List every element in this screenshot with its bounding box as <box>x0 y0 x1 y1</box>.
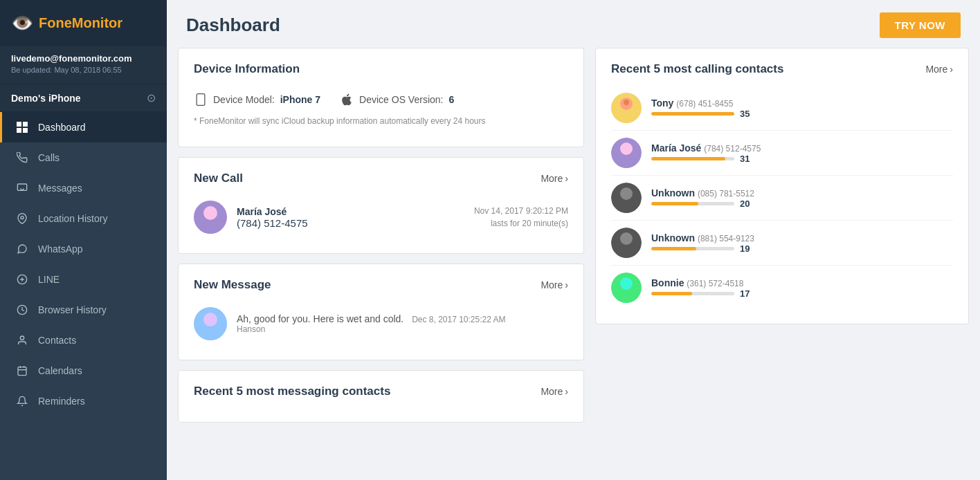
contact-name: Unknown (881) 554-9123 <box>651 232 953 243</box>
contact-bar-bg <box>651 157 734 160</box>
reminders-icon <box>15 396 30 407</box>
device-os-detail: Device OS Version: 6 <box>340 93 454 107</box>
sidebar-item-label-calendars: Calendars <box>38 365 82 376</box>
sidebar-item-messages[interactable]: Messages <box>0 173 167 203</box>
device-info-body: Device Model: iPhone 7 Device OS Version… <box>194 86 568 133</box>
sidebar-item-location[interactable]: Location History <box>0 203 167 234</box>
device-selector[interactable]: Demo's iPhone ⊙ <box>0 84 167 112</box>
new-message-card: New Message More › Ah, good for you. Her… <box>178 264 584 360</box>
messaging-contacts-more[interactable]: More › <box>541 386 568 397</box>
svg-rect-0 <box>17 122 21 127</box>
contact-info: Bonnie (361) 572-4518 17 <box>651 277 953 299</box>
apple-icon <box>340 93 354 107</box>
svg-rect-1 <box>23 122 28 127</box>
device-info-card: Device Information Device Model: iPhone … <box>178 48 584 147</box>
calling-contacts-more[interactable]: More › <box>925 64 953 75</box>
sidebar-item-reminders[interactable]: Reminders <box>0 386 167 416</box>
contact-avatar <box>611 93 642 123</box>
sidebar-item-label-dashboard: Dashboard <box>38 122 86 133</box>
contact-count: 31 <box>740 154 750 164</box>
device-settings-icon[interactable]: ⊙ <box>147 91 156 104</box>
svg-point-35 <box>620 277 633 290</box>
svg-point-8 <box>20 336 24 340</box>
svg-rect-3 <box>23 128 28 133</box>
contact-row: Unknown (085) 781-5512 20 <box>611 176 953 221</box>
user-updated: Be updated: May 08, 2018 06:55 <box>11 66 156 74</box>
call-meta: Nov 14, 2017 9:20:12 PM lasts for 20 min… <box>474 205 568 230</box>
device-os-label: Device OS Version: <box>359 94 443 105</box>
calendars-icon <box>15 365 30 376</box>
sidebar-item-calendars[interactable]: Calendars <box>0 356 167 386</box>
contact-name: María José (784) 512-4575 <box>651 142 953 154</box>
svg-rect-2 <box>17 128 21 133</box>
logo-icon: 👁️ <box>11 12 33 34</box>
messaging-contacts-card: Recent 5 most messaging contacts More › <box>178 370 584 423</box>
contact-info: Unknown (881) 554-9123 19 <box>651 232 953 254</box>
svg-point-5 <box>21 216 24 219</box>
device-info-title: Device Information <box>194 62 300 76</box>
sidebar-item-dashboard[interactable]: Dashboard <box>0 112 167 142</box>
contact-info: María José (784) 512-4575 31 <box>651 142 953 164</box>
svg-point-26 <box>620 142 633 155</box>
phone-icon <box>194 93 208 107</box>
contact-bar-bg <box>651 112 734 116</box>
whatsapp-icon <box>15 243 30 255</box>
right-column: Recent 5 most calling contacts More › To… <box>595 48 969 469</box>
logo-text: FoneMonitor <box>39 15 122 31</box>
messages-icon <box>15 183 30 194</box>
contact-bar: 17 <box>651 288 953 299</box>
svg-point-24 <box>624 100 629 105</box>
svg-rect-13 <box>197 94 205 106</box>
message-time: Dec 8, 2017 10:25:22 AM <box>412 315 505 324</box>
chevron-right-icon: › <box>950 64 953 75</box>
sender-avatar <box>194 307 227 340</box>
dashboard-icon <box>15 122 30 133</box>
user-email: livedemo@fonemonitor.com <box>11 53 156 64</box>
try-now-button[interactable]: TRY NOW <box>880 12 961 38</box>
svg-point-32 <box>620 232 633 245</box>
sidebar-item-contacts[interactable]: Contacts <box>0 325 167 356</box>
sidebar-item-line[interactable]: LINE <box>0 264 167 295</box>
contact-row: Unknown (881) 554-9123 19 <box>611 221 953 266</box>
new-call-more[interactable]: More › <box>541 173 568 184</box>
svg-rect-9 <box>18 367 26 376</box>
sidebar-item-label-contacts: Contacts <box>38 335 76 346</box>
sidebar-item-label-whatsapp: WhatsApp <box>38 243 83 255</box>
contact-row: María José (784) 512-4575 31 <box>611 131 953 176</box>
sidebar-item-label-line: LINE <box>38 274 60 285</box>
message-entry: Ah, good for you. Here is wet and cold. … <box>194 302 568 346</box>
device-model-label: Device Model: <box>213 94 275 105</box>
contact-count: 20 <box>740 199 750 209</box>
browser-icon <box>15 304 30 315</box>
main-body: Device Information Device Model: iPhone … <box>167 48 980 480</box>
calling-contacts-title: Recent 5 most calling contacts <box>611 62 783 76</box>
calls-icon <box>15 152 30 163</box>
device-note: * FoneMonitor will sync iCloud backup in… <box>194 116 568 126</box>
sidebar-item-label-messages: Messages <box>38 183 82 194</box>
contact-avatar <box>611 138 642 168</box>
chevron-right-icon: › <box>565 279 568 290</box>
message-info: Ah, good for you. Here is wet and cold. … <box>237 313 568 334</box>
contact-bar: 35 <box>651 109 953 119</box>
sidebar-item-calls[interactable]: Calls <box>0 142 167 173</box>
caller-phone: (784) 512-4575 <box>237 217 464 229</box>
contact-bar-bg <box>651 292 734 295</box>
contact-avatar <box>611 183 642 213</box>
calling-contacts-header: Recent 5 most calling contacts More › <box>611 62 953 76</box>
line-icon <box>15 274 30 285</box>
sidebar-item-browser[interactable]: Browser History <box>0 295 167 325</box>
sidebar: 👁️ FoneMonitor livedemo@fonemonitor.com … <box>0 0 167 480</box>
page-title: Dashboard <box>186 15 280 36</box>
contact-bar-fill <box>651 202 698 205</box>
contact-row: Tony (678) 451-8455 35 <box>611 86 953 131</box>
sidebar-nav: Dashboard Calls Messages Location Histor… <box>0 112 167 480</box>
new-message-more[interactable]: More › <box>541 279 568 290</box>
device-os-value: 6 <box>448 94 454 105</box>
contacts-icon <box>15 335 30 346</box>
contact-avatar <box>611 273 642 303</box>
contact-count: 19 <box>740 243 750 254</box>
sidebar-item-whatsapp[interactable]: WhatsApp <box>0 234 167 264</box>
contact-info: Unknown (085) 781-5512 20 <box>651 187 953 209</box>
contact-bar-fill <box>651 112 734 116</box>
call-time: Nov 14, 2017 9:20:12 PM <box>474 205 568 217</box>
